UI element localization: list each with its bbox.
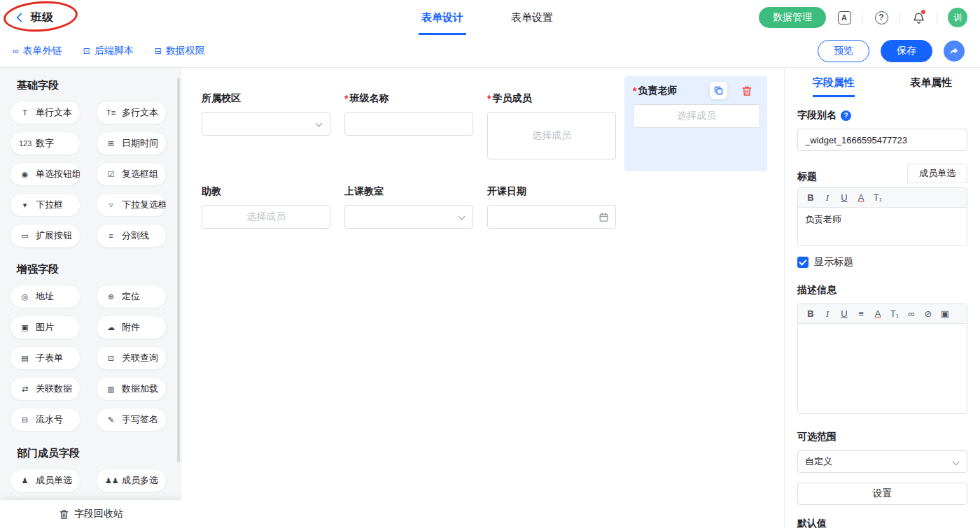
class-name-input[interactable]: [344, 112, 473, 136]
insert-image-icon[interactable]: ▣: [937, 308, 953, 319]
tab-form-settings[interactable]: 表单设置: [508, 0, 556, 35]
field-button-signature[interactable]: ✎手写签名: [96, 408, 167, 431]
field-button-related-data[interactable]: ⇄关联数据: [10, 377, 80, 401]
data-manage-button[interactable]: 数据管理: [759, 7, 826, 28]
calendar-icon: [598, 212, 609, 222]
field-button-select-dropdown[interactable]: ▾下拉框: [10, 193, 80, 217]
radio-group-icon: ◉: [19, 170, 31, 179]
field-teacher-selected[interactable]: *负责老师 选择成员: [624, 76, 767, 171]
field-button-serial-number[interactable]: ⊟流水号: [10, 408, 80, 431]
data-permission-button[interactable]: ⊟ 数据权限: [155, 45, 205, 57]
insert-link-icon[interactable]: ∞: [903, 308, 920, 319]
remove-link-icon[interactable]: ⊘: [920, 308, 937, 319]
field-button-data-load[interactable]: ▥数据加载: [96, 377, 167, 401]
delete-field-button[interactable]: [741, 85, 753, 97]
section-title-basic-fields: 基础字段: [17, 79, 182, 92]
panel-tabs: 字段属性 表单属性: [785, 68, 980, 99]
start-date-picker[interactable]: [487, 205, 616, 229]
toolbar-actions: 预览 保存: [818, 40, 980, 62]
teacher-member-picker[interactable]: 选择成员: [633, 104, 760, 128]
copy-field-button[interactable]: [710, 82, 727, 99]
bold-icon[interactable]: B: [802, 308, 819, 319]
field-assistant[interactable]: 助教 选择成员: [202, 185, 330, 229]
panel-body: 字段别名 ? 标题 成员单选 B I U A T₁ 负责老师: [785, 99, 980, 528]
backend-script-button[interactable]: ⊡ 后端脚本: [83, 45, 134, 57]
member-picker-placeholder: 选择成员: [246, 211, 286, 223]
range-settings-button[interactable]: 设置: [797, 483, 967, 505]
field-classroom[interactable]: 上课教室: [344, 185, 473, 229]
field-label: 所属校区: [202, 92, 241, 105]
back-button[interactable]: 班级: [0, 10, 53, 25]
field-button-extend-button[interactable]: ▭扩展按钮: [10, 224, 80, 248]
toolbar-links: ∞ 表单外链 ⊡ 后端脚本 ⊟ 数据权限: [0, 45, 205, 57]
font-size-icon[interactable]: T₁: [886, 308, 903, 319]
field-button-member-multi[interactable]: ♟♟成员多选: [96, 469, 167, 492]
form-canvas[interactable]: 所属校区 *班级名称 *学员成员 选择成员 *负责老师 选择成员 助教 选择成员: [182, 68, 784, 528]
field-button-checkbox-group[interactable]: ☑复选框组: [96, 162, 167, 186]
field-button-related-query[interactable]: ⊡关联查询: [96, 346, 167, 370]
preview-button[interactable]: 预览: [818, 40, 869, 62]
italic-icon[interactable]: I: [819, 192, 836, 204]
sidebar-scrollbar[interactable]: [177, 78, 180, 462]
save-button[interactable]: 保存: [881, 40, 932, 62]
topbar-divider: [899, 11, 900, 24]
title-editor[interactable]: 负责老师: [798, 208, 967, 245]
checkbox-checked-icon[interactable]: [797, 257, 808, 268]
assistant-member-picker[interactable]: 选择成员: [202, 205, 330, 229]
classroom-select[interactable]: [344, 205, 473, 229]
data-load-icon: ▥: [105, 385, 117, 394]
underline-icon[interactable]: U: [836, 192, 853, 203]
field-recycle-bin[interactable]: 字段回收站: [0, 500, 182, 528]
field-button-radio-group[interactable]: ◉单选按钮组: [10, 162, 80, 186]
page-title: 班级: [31, 10, 53, 25]
share-icon: [949, 46, 959, 56]
font-color-icon[interactable]: A: [853, 192, 869, 203]
field-class-name[interactable]: *班级名称: [344, 92, 473, 136]
share-button[interactable]: [944, 41, 965, 62]
underline-icon[interactable]: U: [836, 308, 853, 319]
field-button-number[interactable]: 123数字: [10, 131, 80, 155]
tab-field-properties[interactable]: 字段属性: [785, 68, 883, 99]
field-button-address[interactable]: ◎地址: [10, 285, 80, 308]
show-title-toggle[interactable]: 显示标题: [797, 256, 967, 269]
field-button-subform[interactable]: ▤子表单: [10, 346, 80, 370]
topbar-divider: [862, 11, 863, 24]
field-button-single-line-text[interactable]: T单行文本: [10, 101, 80, 124]
field-button-location[interactable]: ⊕定位: [96, 285, 167, 308]
help-circle-icon[interactable]: ?: [841, 110, 851, 121]
align-icon[interactable]: ≡: [853, 308, 869, 319]
tab-form-properties[interactable]: 表单属性: [883, 68, 980, 99]
students-member-picker[interactable]: 选择成员: [487, 112, 616, 159]
range-select[interactable]: 自定义: [797, 450, 967, 473]
help-icon[interactable]: ?: [874, 10, 889, 25]
user-avatar[interactable]: 训: [948, 8, 967, 27]
field-start-date[interactable]: 开课日期: [487, 185, 616, 229]
campus-select[interactable]: [202, 112, 330, 136]
field-button-member-single[interactable]: ♟成员单选: [10, 469, 80, 492]
font-color-icon[interactable]: A: [869, 308, 886, 319]
translate-icon[interactable]: A: [836, 10, 852, 25]
field-label: 开课日期: [487, 185, 526, 198]
field-button-attachment[interactable]: ☁附件: [96, 315, 167, 339]
external-link-button[interactable]: ∞ 表单外链: [13, 45, 62, 57]
permission-icon: ⊟: [155, 46, 162, 56]
field-button-image[interactable]: ▣图片: [10, 315, 80, 339]
field-campus[interactable]: 所属校区: [202, 92, 330, 136]
italic-icon[interactable]: I: [819, 308, 836, 320]
description-editor-box: B I U ≡ A T₁ ∞ ⊘ ▣: [797, 304, 967, 414]
required-asterisk: *: [344, 93, 348, 104]
description-editor[interactable]: [798, 324, 967, 413]
trash-icon: [59, 509, 69, 520]
field-button-multi-line-text[interactable]: T≡多行文本: [96, 101, 167, 124]
field-alias-input[interactable]: [797, 129, 967, 151]
font-size-icon[interactable]: T₁: [869, 192, 886, 203]
notification-bell-icon[interactable]: [911, 10, 926, 25]
field-button-multiselect-dropdown[interactable]: ▿下拉复选框: [96, 193, 167, 217]
bold-icon[interactable]: B: [802, 192, 819, 203]
field-button-datetime[interactable]: ⊞日期时间: [96, 131, 167, 155]
field-students[interactable]: *学员成员 选择成员: [487, 92, 616, 159]
number-icon: 123: [19, 139, 31, 148]
field-button-divider-line[interactable]: ≡分割线: [96, 224, 167, 248]
location-icon: ⊕: [105, 292, 117, 301]
tab-form-design[interactable]: 表单设计: [419, 0, 466, 35]
